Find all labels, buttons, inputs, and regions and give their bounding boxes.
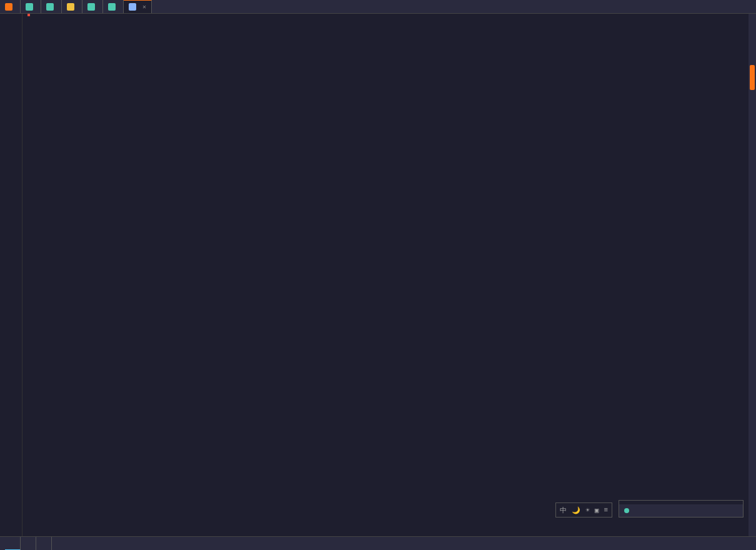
tab-icon-logincontroller <box>46 3 54 11</box>
tab-icon-myeclipse <box>5 3 12 11</box>
code-area[interactable] <box>22 14 749 536</box>
editor-container: 中 🌙 ☀ ▣ ≡ <box>0 14 756 536</box>
float-panel-body <box>619 504 743 517</box>
status-bar <box>0 536 756 550</box>
tab-icon-feversys <box>129 3 136 11</box>
status-tabs <box>5 537 52 551</box>
close-icon[interactable]: ✕ <box>142 3 146 11</box>
float-panel <box>619 500 744 518</box>
status-tab-source[interactable] <box>5 537 21 551</box>
scrollbar-thumb[interactable] <box>750 65 755 90</box>
tab-icon-usercontroller <box>108 3 116 11</box>
highlight-region <box>27 14 30 16</box>
tab-loginjson[interactable] <box>21 0 41 14</box>
schedule-dot-icon <box>624 508 629 513</box>
status-tab-design[interactable] <box>21 537 36 551</box>
status-tab-preview[interactable] <box>36 537 52 551</box>
line-numbers-gutter <box>0 14 22 536</box>
tab-bar: ✕ <box>0 0 756 14</box>
tab-usercontroller[interactable] <box>103 0 124 14</box>
tab-myeclipse[interactable] <box>0 0 21 14</box>
tab-feversys[interactable]: ✕ <box>124 0 152 14</box>
tab-icon-dtmneibao <box>67 3 74 11</box>
float-toolbar: 中 🌙 ☀ ▣ ≡ <box>555 502 612 518</box>
tab-icon-loginjson <box>26 3 33 11</box>
float-panel-row2 <box>624 508 738 513</box>
toolbar-sun-icon: ☀ <box>585 506 590 514</box>
toolbar-grid-icon: ▣ <box>595 506 599 514</box>
tab-logincontroller[interactable] <box>41 0 62 14</box>
tab-icon-dtmproject <box>87 3 95 11</box>
toolbar-menu-icon: ≡ <box>604 506 608 514</box>
toolbar-moon-icon: 🌙 <box>572 506 580 514</box>
toolbar-lang-icon: 中 <box>560 506 567 515</box>
tab-dtmneibao[interactable] <box>62 0 82 14</box>
scrollbar-track[interactable] <box>749 14 756 536</box>
tab-dtmproject[interactable] <box>82 0 103 14</box>
